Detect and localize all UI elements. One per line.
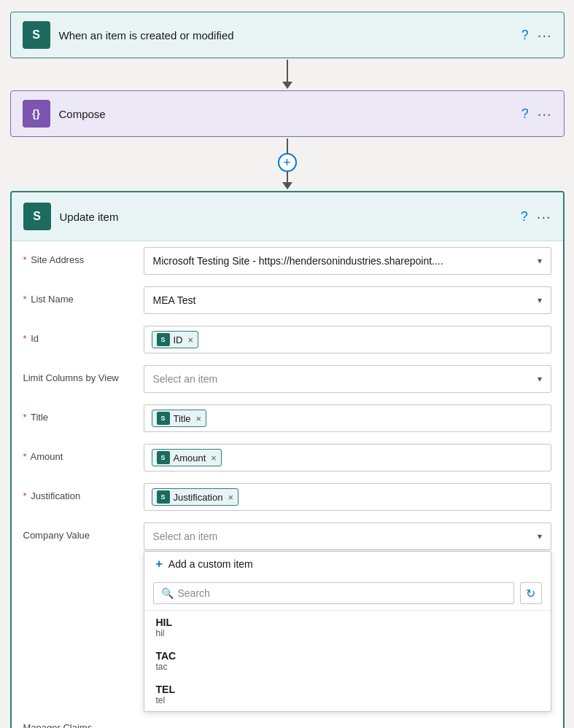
justification-input[interactable]: S Justification × xyxy=(144,483,551,511)
update-item-icon: S xyxy=(23,203,51,230)
id-input[interactable]: S ID × xyxy=(144,326,551,353)
update-item-body: * Site Address Microsoft Testing Site - … xyxy=(12,241,563,728)
list-item[interactable]: TAC tac xyxy=(144,644,551,678)
compose-header[interactable]: {} Compose ? ··· xyxy=(10,90,565,137)
title-token: S Title × xyxy=(152,410,207,427)
list-name-chevron-icon: ▾ xyxy=(538,295,542,305)
limit-columns-row: Limit Columns by View Select an item ▾ xyxy=(12,359,563,399)
compose-icon: {} xyxy=(23,100,50,128)
add-step-button[interactable]: + xyxy=(278,153,297,172)
site-address-label: * Site Address xyxy=(23,247,144,265)
company-value-menu: + Add a custom item 🔍 Search ↻ xyxy=(144,551,551,712)
compose-help-button[interactable]: ? xyxy=(521,106,529,122)
manager-claims-row: Manager Claims xyxy=(12,718,563,728)
flow-container: S When an item is created or modified ? … xyxy=(10,12,565,728)
trigger-more-button[interactable]: ··· xyxy=(538,27,552,44)
justification-token-remove[interactable]: × xyxy=(228,493,233,502)
update-item-card: S Update item ? ··· * Site Address Micro… xyxy=(10,191,565,728)
title-input[interactable]: S Title × xyxy=(144,404,551,432)
limit-columns-field: Select an item ▾ xyxy=(144,365,551,393)
add-custom-plus-icon: + xyxy=(156,557,163,571)
amount-token-remove[interactable]: × xyxy=(211,453,217,463)
update-item-more-button[interactable]: ··· xyxy=(537,208,551,225)
plus-connector: + xyxy=(278,138,297,189)
company-value-dropdown[interactable]: Select an item ▾ xyxy=(144,522,551,550)
justification-token-icon: S xyxy=(157,490,170,504)
list-name-field: MEA Test ▾ xyxy=(144,286,551,314)
connector-line-1 xyxy=(287,60,288,82)
amount-row: * Amount S Amount × xyxy=(12,438,563,477)
plus-line-bottom xyxy=(287,172,288,182)
justification-label: * Justification xyxy=(23,483,144,501)
id-label: * Id xyxy=(23,326,144,344)
plus-line-top xyxy=(287,138,288,153)
amount-label: * Amount xyxy=(23,444,144,462)
title-label: * Title xyxy=(23,404,144,423)
trigger-title: When an item is created or modified xyxy=(59,29,521,42)
connector-arrow-1 xyxy=(282,82,292,89)
limit-columns-dropdown[interactable]: Select an item ▾ xyxy=(144,365,551,393)
justification-row: * Justification S Justification × xyxy=(12,477,563,517)
dropdown-search-row: 🔍 Search ↻ xyxy=(144,576,551,611)
amount-input[interactable]: S Amount × xyxy=(144,444,551,471)
connector-1 xyxy=(282,60,292,89)
search-icon: 🔍 xyxy=(161,587,174,599)
list-item[interactable]: HIL hil xyxy=(144,611,551,644)
dropdown-refresh-button[interactable]: ↻ xyxy=(520,582,542,604)
manager-claims-label: Manager Claims xyxy=(23,722,144,728)
update-item-title: Update item xyxy=(60,211,521,223)
justification-field: S Justification × xyxy=(144,483,551,511)
company-value-field: Select an item ▾ + Add a custom item xyxy=(144,522,551,712)
site-address-dropdown[interactable]: Microsoft Testing Site - https://henders… xyxy=(144,247,551,275)
plus-arrow-bottom xyxy=(282,182,292,189)
compose-card: {} Compose ? ··· xyxy=(10,90,565,137)
update-item-actions: ? ··· xyxy=(521,208,551,225)
company-value-container: Select an item ▾ + Add a custom item xyxy=(144,522,551,712)
amount-field: S Amount × xyxy=(144,444,551,471)
limit-columns-chevron-icon: ▾ xyxy=(538,374,542,384)
id-token: S ID × xyxy=(152,331,199,348)
list-item[interactable]: TEL tel xyxy=(144,678,551,711)
trigger-icon: S xyxy=(23,21,50,49)
limit-columns-label: Limit Columns by View xyxy=(23,365,144,383)
list-name-row: * List Name MEA Test ▾ xyxy=(12,281,563,320)
compose-actions: ? ··· xyxy=(521,106,552,122)
title-row: * Title S Title × xyxy=(12,399,563,438)
update-item-help-button[interactable]: ? xyxy=(521,209,528,224)
list-name-label: * List Name xyxy=(23,286,144,305)
company-value-row: Company Value Select an item ▾ + xyxy=(12,517,563,718)
site-address-field: Microsoft Testing Site - https://henders… xyxy=(144,247,551,275)
company-value-chevron-icon: ▾ xyxy=(538,531,542,541)
id-row: * Id S ID × xyxy=(12,320,563,359)
trigger-header[interactable]: S When an item is created or modified ? … xyxy=(10,12,565,58)
title-token-remove[interactable]: × xyxy=(196,414,202,423)
trigger-help-button[interactable]: ? xyxy=(521,28,529,43)
id-field: S ID × xyxy=(144,326,551,353)
site-address-chevron-icon: ▾ xyxy=(538,256,542,266)
id-token-remove[interactable]: × xyxy=(188,335,194,345)
compose-more-button[interactable]: ··· xyxy=(538,106,552,122)
id-token-icon: S xyxy=(157,333,170,346)
company-value-label: Company Value xyxy=(23,522,144,541)
update-item-header[interactable]: S Update item ? ··· xyxy=(12,192,563,241)
amount-token-icon: S xyxy=(157,451,170,464)
trigger-card: S When an item is created or modified ? … xyxy=(10,12,565,58)
list-name-dropdown[interactable]: MEA Test ▾ xyxy=(144,286,551,314)
add-custom-item[interactable]: + Add a custom item xyxy=(144,552,551,576)
title-field: S Title × xyxy=(144,404,551,432)
dropdown-search-input[interactable]: 🔍 Search xyxy=(153,582,514,604)
trigger-actions: ? ··· xyxy=(521,27,552,44)
justification-token: S Justification × xyxy=(152,488,239,506)
site-address-row: * Site Address Microsoft Testing Site - … xyxy=(12,241,563,281)
title-token-icon: S xyxy=(157,412,170,425)
amount-token: S Amount × xyxy=(152,449,222,466)
compose-title: Compose xyxy=(59,108,521,120)
